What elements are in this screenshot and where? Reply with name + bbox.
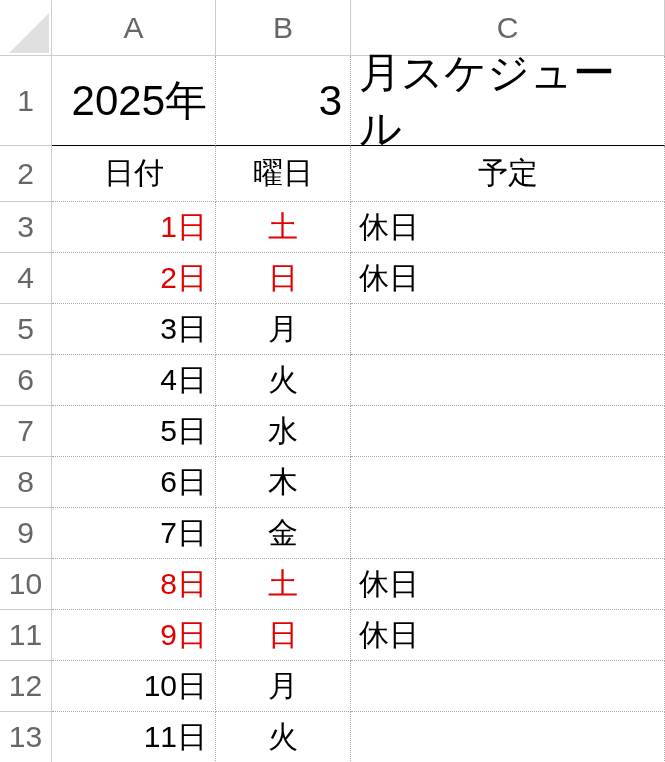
cell-A2[interactable]: 日付 <box>52 146 216 202</box>
cell-B4[interactable]: 日 <box>216 253 351 304</box>
cell-A12[interactable]: 10日 <box>52 661 216 712</box>
row-header-12[interactable]: 12 <box>0 661 52 712</box>
cell-A13[interactable]: 11日 <box>52 712 216 762</box>
row-header-9[interactable]: 9 <box>0 508 52 559</box>
cell-B9[interactable]: 金 <box>216 508 351 559</box>
row-header-10[interactable]: 10 <box>0 559 52 610</box>
cell-A4[interactable]: 2日 <box>52 253 216 304</box>
row-header-2[interactable]: 2 <box>0 146 52 202</box>
cell-A1[interactable]: 2025年 <box>52 56 216 146</box>
row-header-13[interactable]: 13 <box>0 712 52 762</box>
row-header-1[interactable]: 1 <box>0 56 52 146</box>
cell-A5[interactable]: 3日 <box>52 304 216 355</box>
row-header-6[interactable]: 6 <box>0 355 52 406</box>
cell-C2[interactable]: 予定 <box>351 146 665 202</box>
cell-C5[interactable] <box>351 304 665 355</box>
cell-B8[interactable]: 木 <box>216 457 351 508</box>
column-header-B[interactable]: B <box>216 0 351 56</box>
cell-A10[interactable]: 8日 <box>52 559 216 610</box>
cell-B1[interactable]: 3 <box>216 56 351 146</box>
cell-C11[interactable]: 休日 <box>351 610 665 661</box>
cell-C1[interactable]: 月スケジュール <box>351 56 665 146</box>
cell-C7[interactable] <box>351 406 665 457</box>
cell-B7[interactable]: 水 <box>216 406 351 457</box>
cell-B5[interactable]: 月 <box>216 304 351 355</box>
cell-C8[interactable] <box>351 457 665 508</box>
row-header-11[interactable]: 11 <box>0 610 52 661</box>
row-header-7[interactable]: 7 <box>0 406 52 457</box>
row-header-3[interactable]: 3 <box>0 202 52 253</box>
column-header-A[interactable]: A <box>52 0 216 56</box>
cell-C9[interactable] <box>351 508 665 559</box>
cell-B10[interactable]: 土 <box>216 559 351 610</box>
cell-B6[interactable]: 火 <box>216 355 351 406</box>
row-header-8[interactable]: 8 <box>0 457 52 508</box>
cell-B11[interactable]: 日 <box>216 610 351 661</box>
cell-B3[interactable]: 土 <box>216 202 351 253</box>
row-header-4[interactable]: 4 <box>0 253 52 304</box>
cell-B2[interactable]: 曜日 <box>216 146 351 202</box>
cell-B12[interactable]: 月 <box>216 661 351 712</box>
cell-A8[interactable]: 6日 <box>52 457 216 508</box>
cell-C12[interactable] <box>351 661 665 712</box>
cell-C10[interactable]: 休日 <box>351 559 665 610</box>
cell-C3[interactable]: 休日 <box>351 202 665 253</box>
cell-A9[interactable]: 7日 <box>52 508 216 559</box>
cell-A3[interactable]: 1日 <box>52 202 216 253</box>
spreadsheet-grid: A B C 1 2025年 3 月スケジュール 2 日付 曜日 予定 3 1日 … <box>0 0 665 762</box>
cell-C6[interactable] <box>351 355 665 406</box>
cell-A7[interactable]: 5日 <box>52 406 216 457</box>
cell-C13[interactable] <box>351 712 665 762</box>
cell-A6[interactable]: 4日 <box>52 355 216 406</box>
cell-B13[interactable]: 火 <box>216 712 351 762</box>
row-header-5[interactable]: 5 <box>0 304 52 355</box>
select-all-corner[interactable] <box>0 0 52 56</box>
cell-C4[interactable]: 休日 <box>351 253 665 304</box>
cell-A11[interactable]: 9日 <box>52 610 216 661</box>
